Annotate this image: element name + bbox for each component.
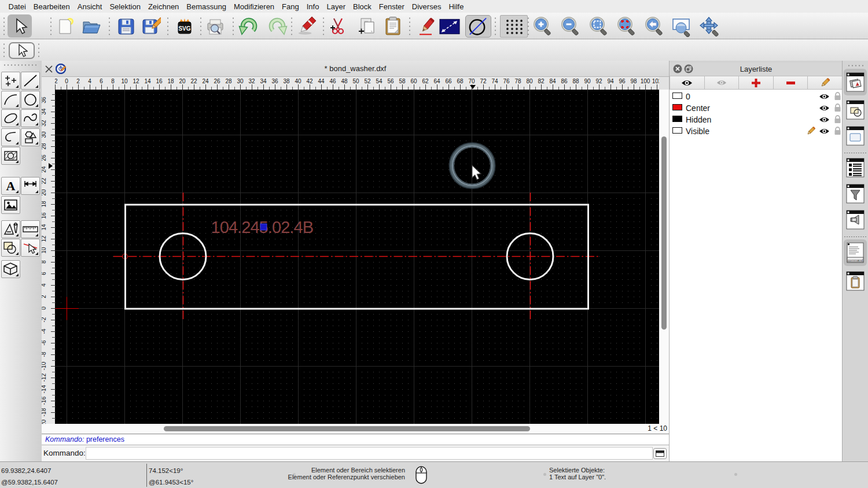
svg-text:command: command <box>848 258 863 262</box>
svg-text:SVG: SVG <box>178 25 190 32</box>
svg-text:A: A <box>6 179 16 193</box>
